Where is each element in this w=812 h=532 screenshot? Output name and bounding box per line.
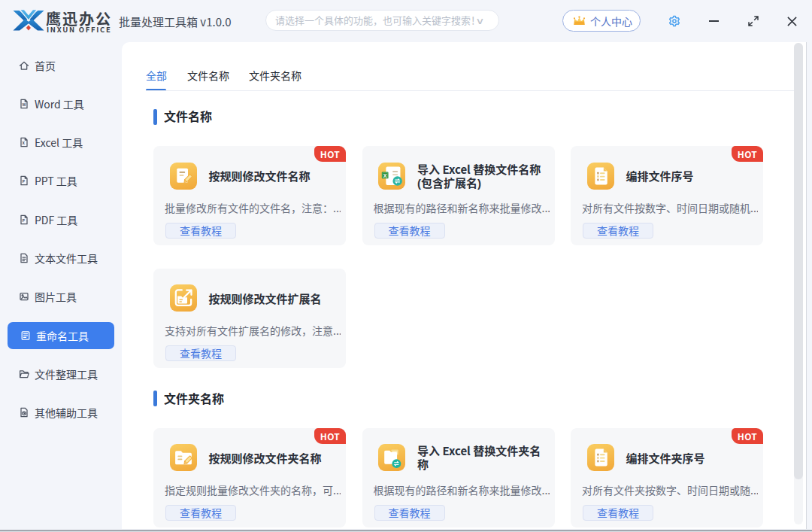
svg-text:P: P (23, 178, 26, 184)
svg-text:P: P (23, 217, 26, 223)
svg-text:X: X (383, 172, 387, 178)
svg-text:X: X (23, 140, 26, 146)
svg-text:W: W (23, 102, 26, 108)
